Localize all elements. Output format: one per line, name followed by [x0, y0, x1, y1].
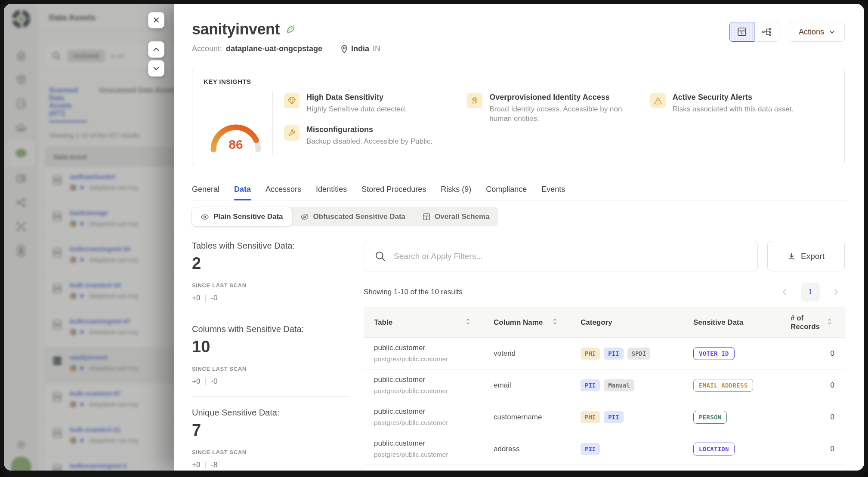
insight-active-security-alerts: Active Security Alerts Risks associated …: [650, 93, 833, 114]
insight-misconfigurations: Misconfigurations Backup disabled. Acces…: [284, 125, 467, 146]
stat-tables: Tables with Sensitive Data: 2 SINCE LAST…: [192, 241, 349, 302]
data-view-mode-switcher: Plain Sensitive Data Obfuscated Sensitiv…: [192, 207, 498, 226]
plain-sensitive-data-option[interactable]: Plain Sensitive Data: [192, 207, 292, 226]
asset-title: sanityinvent: [192, 20, 280, 38]
column-header-table[interactable]: Table: [364, 308, 483, 338]
category-chip: PHI: [581, 348, 600, 360]
divider: [192, 396, 349, 397]
sensitive-data-badge: LOCATION: [693, 443, 735, 455]
flow-view-icon: [762, 28, 772, 36]
divider: [205, 462, 206, 468]
stat-unique: Unique Sensitive Data: 7 SINCE LAST SCAN…: [192, 408, 349, 469]
location-code: IN: [373, 44, 380, 53]
tab-compliance[interactable]: Compliance: [486, 185, 527, 200]
search-icon: [374, 250, 386, 262]
view-switcher: [729, 22, 779, 42]
prev-page-button[interactable]: [776, 283, 793, 302]
tab-accessors[interactable]: Accessors: [266, 185, 301, 200]
location-name: India: [351, 44, 369, 53]
eye-off-icon: [300, 213, 309, 221]
close-icon: ✕: [152, 15, 160, 25]
obfuscated-sensitive-data-option[interactable]: Obfuscated Sensitive Data: [292, 207, 414, 226]
leaf-icon: [286, 25, 295, 34]
sort-icon[interactable]: [466, 318, 470, 327]
tab-data[interactable]: Data: [234, 185, 251, 200]
insight-high-data-sensitivity: High Data Sensitivity Highly Sensitive d…: [284, 93, 467, 114]
category-chip: PII: [581, 379, 600, 391]
export-button[interactable]: Export: [767, 241, 845, 271]
actions-button[interactable]: Actions: [789, 22, 845, 42]
window-frame: Data Assets Archived is not Scanned Data…: [0, 0, 868, 477]
divider: [272, 92, 273, 155]
stat-columns: Columns with Sensitive Data: 10 SINCE LA…: [192, 324, 349, 386]
column-header-category[interactable]: Category: [570, 308, 683, 338]
detail-tabs: General Data Accessors Identities Stored…: [192, 185, 845, 200]
table-row[interactable]: public.customerpostgres/public.customer …: [364, 338, 845, 369]
sensitive-data-table: Table Column Name Category Sensitive Dat…: [364, 308, 845, 471]
download-icon: [788, 252, 796, 260]
location-pin-icon: [341, 45, 348, 53]
sort-icon[interactable]: [553, 318, 557, 327]
sensitive-data-stats: Tables with Sensitive Data: 2 SINCE LAST…: [192, 241, 349, 471]
wrench-icon: [284, 125, 300, 141]
asset-detail-drawer: sanityinvent Account: dataplane-uat-ongc…: [174, 4, 864, 471]
pagination: 1: [776, 283, 845, 302]
category-chip: SPDI: [627, 348, 651, 360]
category-chip: PII: [581, 443, 600, 455]
close-drawer-button[interactable]: ✕: [148, 12, 164, 28]
schema-grid-icon: [423, 213, 430, 221]
graph-view-button[interactable]: [754, 22, 779, 42]
tab-identities[interactable]: Identities: [316, 185, 347, 200]
column-header-sensitive-data[interactable]: Sensitive Data: [683, 308, 780, 338]
search-input[interactable]: [394, 252, 747, 261]
category-chip: PII: [604, 411, 623, 423]
tab-events[interactable]: Events: [541, 185, 565, 200]
account-value: dataplane-uat-ongcpstage: [226, 44, 322, 53]
page-number[interactable]: 1: [801, 283, 820, 302]
table-row[interactable]: public.customerpostgres/public.customer …: [364, 369, 845, 401]
table-view-icon: [737, 27, 747, 37]
warning-triangle-icon: [650, 93, 666, 108]
table-row[interactable]: public.customerpostgres/public.customer …: [364, 401, 845, 433]
fingerprint-icon: [467, 93, 482, 108]
results-count: Showing 1-10 of the 10 results: [364, 288, 463, 296]
table-row[interactable]: public.customerpostgres/public.customer …: [364, 465, 845, 471]
table-row[interactable]: public.customerpostgres/public.customer …: [364, 433, 845, 465]
chevron-left-icon: [782, 289, 787, 295]
tab-stored-procedures[interactable]: Stored Procedures: [361, 185, 426, 200]
chevron-right-icon: [834, 289, 838, 295]
chevron-down-icon: [829, 30, 835, 34]
overall-schema-option[interactable]: Overall Schema: [414, 207, 498, 226]
sensitive-data-badge: VOTER ID: [693, 347, 735, 360]
key-insights-card: KEY INSIGHTS 86: [192, 69, 845, 165]
next-asset-button[interactable]: [148, 60, 164, 77]
sensitive-data-badge: EMAIL ADDRESS: [693, 379, 753, 392]
category-chip: PHI: [581, 411, 600, 423]
sensitive-data-badge: PERSON: [693, 411, 727, 424]
app-surface: Data Assets Archived is not Scanned Data…: [4, 4, 864, 471]
chevron-down-icon: [153, 66, 160, 71]
gem-icon: [284, 93, 300, 108]
insight-overprovisioned-identity: Overprovisioned Identity Access Broad Id…: [467, 93, 650, 123]
divider: [205, 295, 206, 302]
table-view-button[interactable]: [729, 22, 754, 42]
risk-score-gauge: 86: [204, 90, 268, 155]
key-insights-title: KEY INSIGHTS: [204, 78, 833, 85]
divider: [205, 378, 206, 385]
next-page-button[interactable]: [828, 283, 845, 302]
tab-general[interactable]: General: [192, 185, 219, 200]
category-chip: PII: [604, 348, 623, 360]
category-chip: Manual: [604, 379, 634, 391]
risk-score-value: 86: [229, 137, 243, 151]
chevron-up-icon: [153, 47, 160, 52]
previous-asset-button[interactable]: [148, 41, 164, 58]
column-header-column-name[interactable]: Column Name: [483, 308, 570, 338]
sort-icon[interactable]: [827, 318, 832, 327]
tab-risks[interactable]: Risks (9): [441, 185, 471, 200]
divider: [192, 313, 349, 313]
column-header-records[interactable]: # of Records: [780, 308, 845, 338]
eye-icon: [201, 214, 209, 220]
table-search-bar[interactable]: [364, 241, 758, 271]
account-label: Account:: [192, 44, 222, 53]
